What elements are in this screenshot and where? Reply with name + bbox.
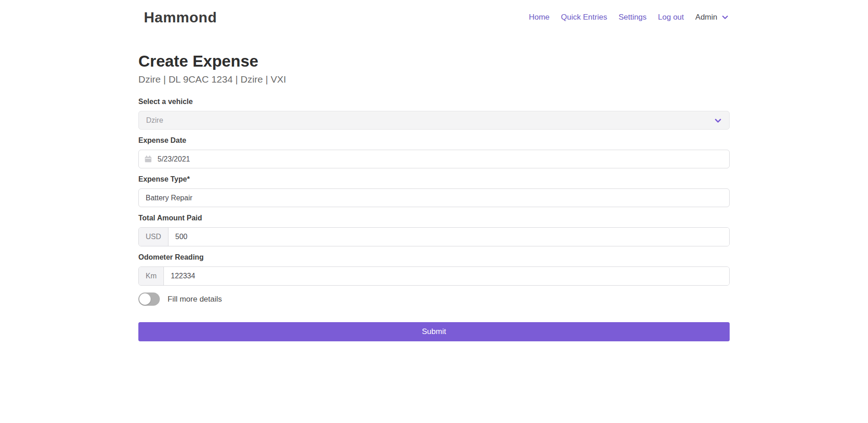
submit-button[interactable]: Submit — [138, 322, 730, 341]
odometer-input-group: Km — [138, 266, 730, 286]
chevron-down-icon — [721, 14, 729, 21]
vehicle-label: Select a vehicle — [138, 98, 730, 106]
odometer-input[interactable] — [164, 267, 729, 285]
nav-link-settings[interactable]: Settings — [619, 13, 647, 22]
odometer-field-group: Odometer Reading Km — [138, 253, 730, 286]
nav-links: Home Quick Entries Settings Log out Admi… — [517, 13, 729, 22]
more-details-toggle[interactable] — [138, 292, 160, 306]
admin-menu-label: Admin — [695, 13, 717, 22]
nav-link-logout[interactable]: Log out — [658, 13, 684, 22]
admin-menu[interactable]: Admin — [695, 13, 729, 22]
expense-date-input[interactable] — [158, 150, 723, 168]
currency-addon: USD — [139, 228, 168, 246]
total-amount-input-group: USD — [138, 227, 730, 246]
page-title: Create Expense — [138, 52, 730, 70]
vehicle-select-value: Dzire — [146, 116, 163, 125]
total-amount-input[interactable] — [168, 228, 729, 246]
create-expense-form: Select a vehicle Dzire Expense Date — [138, 98, 730, 341]
odometer-label: Odometer Reading — [138, 253, 730, 261]
distance-unit-addon: Km — [139, 267, 164, 285]
vehicle-select[interactable]: Dzire — [138, 111, 730, 130]
expense-type-field-group: Expense Type* — [138, 175, 730, 207]
vehicle-field-group: Select a vehicle Dzire — [138, 98, 730, 130]
vehicle-summary: Dzire | DL 9CAC 1234 | Dzire | VXI — [138, 74, 730, 85]
total-amount-field-group: Total Amount Paid USD — [138, 214, 730, 246]
main-content: Create Expense Dzire | DL 9CAC 1234 | Dz… — [138, 35, 730, 341]
nav-link-quick-entries[interactable]: Quick Entries — [561, 13, 607, 22]
navbar-container: Hammond Home Quick Entries Settings Log … — [138, 0, 730, 35]
toggle-knob — [139, 293, 151, 305]
nav-link-home[interactable]: Home — [529, 13, 549, 22]
chevron-down-icon — [714, 117, 722, 126]
expense-date-field-group: Expense Date — [138, 136, 730, 168]
more-details-row: Fill more details — [138, 292, 730, 306]
expense-date-picker[interactable] — [138, 150, 730, 168]
expense-type-label: Expense Type* — [138, 175, 730, 183]
expense-date-label: Expense Date — [138, 136, 730, 145]
top-navbar: Hammond Home Quick Entries Settings Log … — [0, 0, 868, 35]
calendar-icon — [145, 156, 152, 162]
expense-type-input[interactable] — [138, 188, 730, 207]
more-details-label: Fill more details — [168, 295, 222, 304]
brand-logo[interactable]: Hammond — [139, 9, 217, 26]
total-amount-label: Total Amount Paid — [138, 214, 730, 222]
